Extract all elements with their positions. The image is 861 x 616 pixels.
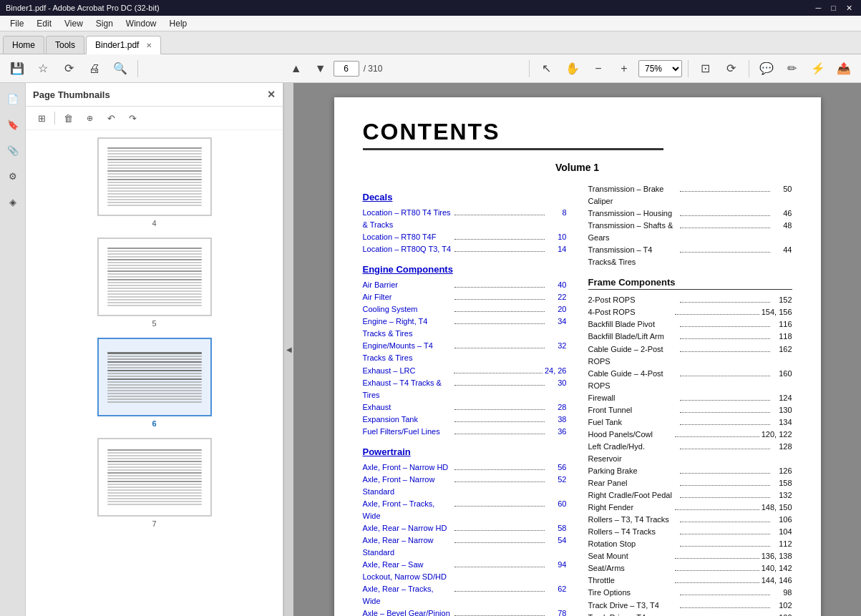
toc-fr-14: Right Cradle/Foot Pedal132: [588, 489, 792, 502]
prev-page-button[interactable]: ▲: [285, 57, 308, 80]
pages-panel-icon[interactable]: 📄: [1, 87, 24, 110]
title-bar: Binder1.pdf - Adobe Acrobat Pro DC (32-b…: [0, 0, 861, 16]
tab-binder[interactable]: Binder1.pdf ✕: [86, 36, 161, 54]
toc-trans-3: Transmission – Shafts & Gears48: [588, 220, 792, 244]
collapse-handle[interactable]: ◀: [283, 83, 293, 616]
toolbar-sep-3: [688, 60, 689, 77]
zoom-in-button[interactable]: +: [613, 57, 636, 80]
toc-fr-5: Cable Guide – 2-Post ROPS162: [588, 343, 792, 368]
left-icon-strip: 📄 🔖 📎 ⚙ ◈: [0, 83, 26, 616]
cursor-tool-button[interactable]: ↖: [535, 57, 558, 80]
thumbnail-img-5: [97, 238, 212, 316]
menu-view[interactable]: View: [59, 17, 89, 30]
toc-fr-16: Rollers – T3, T4 Tracks106: [588, 514, 792, 526]
rotate-button[interactable]: ⟳: [720, 57, 743, 80]
maximize-btn[interactable]: □: [828, 4, 839, 13]
menu-window[interactable]: Window: [120, 17, 162, 30]
pdf-col-right: Transmission – Brake Caliper50 Transmiss…: [588, 183, 792, 616]
toc-eng-7: Exhaust – T4 Tracks & Tires30: [363, 377, 567, 401]
thumbnail-img-4: [97, 137, 212, 216]
toolbar-sep-1: [137, 60, 138, 77]
toc-fr-21: Throttle144, 146: [588, 575, 792, 587]
tab-home[interactable]: Home: [3, 36, 44, 54]
thumbnail-label-6: 6: [152, 419, 156, 428]
toc-eng-1: Air Barrier40: [363, 279, 567, 291]
toc-fr-12: Parking Brake126: [588, 465, 792, 477]
toc-fr-9: Fuel Tank134: [588, 416, 792, 429]
zoom-out-button[interactable]: −: [587, 57, 610, 80]
toc-decals-2: Location – RT80 T4F 10: [363, 231, 567, 243]
close-btn[interactable]: ✕: [843, 4, 855, 13]
tools-panel-icon[interactable]: ◈: [1, 190, 24, 213]
sidebar-close-button[interactable]: ✕: [267, 89, 276, 100]
upload-button[interactable]: ⟳: [57, 57, 80, 80]
toc-fr-23: Track Drive – T3, T4102: [588, 600, 792, 612]
toc-eng-4: Engine – Right, T4 Tracks & Tires34: [363, 316, 567, 340]
page-number-input[interactable]: [334, 61, 359, 77]
sidebar-scroll[interactable]: 4: [26, 130, 283, 616]
toc-decals-3: Location – RT80Q T3, T4 14: [363, 243, 567, 255]
thumbnail-grid-button[interactable]: ⊞: [31, 109, 52, 127]
content-area[interactable]: CONTENTS Volume 1 Decals Location – RT80…: [293, 83, 861, 616]
toolbar-sep-4: [749, 60, 749, 77]
toc-fr-22: Tire Options98: [588, 587, 792, 599]
pen-button[interactable]: ✏: [781, 57, 804, 80]
toc-trans-4: Transmission – T4 Tracks& Tires44: [588, 244, 792, 268]
pdf-page-title: CONTENTS: [363, 119, 792, 145]
tab-close-icon[interactable]: ✕: [146, 41, 152, 49]
menu-file[interactable]: File: [4, 17, 29, 30]
thumbnail-5[interactable]: 5: [33, 238, 276, 328]
toc-eng-3: Cooling System20: [363, 303, 567, 316]
print-button[interactable]: 🖨: [83, 57, 106, 80]
toc-eng-8: Exhaust28: [363, 401, 567, 414]
markup-button[interactable]: ⚡: [807, 57, 830, 80]
share-button[interactable]: 📤: [832, 57, 855, 80]
toc-fr-18: Rotation Stop112: [588, 538, 792, 550]
pdf-col-left: Decals Location – RT80 T4 Tires & Tracks…: [363, 183, 567, 616]
thumbnail-7[interactable]: 7: [33, 438, 276, 528]
toc-fr-13: Rear Panel158: [588, 477, 792, 489]
thumbnail-6[interactable]: 6: [33, 338, 276, 428]
menu-help[interactable]: Help: [164, 17, 193, 30]
toc-fr-1: 2-Post ROPS152: [588, 294, 792, 306]
attachments-panel-icon[interactable]: 📎: [1, 139, 24, 162]
toc-fr-8: Front Tunnel130: [588, 404, 792, 416]
toc-fr-15: Right Fender148, 150: [588, 502, 792, 514]
delete-page-button[interactable]: 🗑: [58, 109, 78, 127]
toc-eng-5: Engine/Mounts – T4 Tracks & Tires32: [363, 340, 567, 364]
main-area: 📄 🔖 📎 ⚙ ◈ Page Thumbnails ✕ ⊞ 🗑 ⊕ ↶ ↷: [0, 83, 861, 616]
page-total: / 310: [364, 64, 383, 74]
menu-sign[interactable]: Sign: [90, 17, 119, 30]
save-button[interactable]: 💾: [6, 57, 29, 80]
thumbnail-img-6: [97, 338, 212, 416]
transmission-items: Transmission – Brake Caliper50 Transmiss…: [588, 183, 792, 268]
thumbnail-4[interactable]: 4: [33, 137, 276, 228]
insert-page-button[interactable]: ⊕: [79, 109, 99, 127]
layers-panel-icon[interactable]: ⚙: [1, 165, 24, 187]
hand-tool-button[interactable]: ✋: [561, 57, 584, 80]
zoom-select[interactable]: 75% 50% 100% 125% 150%: [638, 60, 682, 77]
toc-pt-1: Axle, Front – Narrow HD56: [363, 461, 567, 474]
find-button[interactable]: 🔍: [109, 57, 132, 80]
toc-fr-19: Seat Mount136, 138: [588, 550, 792, 562]
toc-pt-5: Axle, Rear – Narrow Standard54: [363, 534, 567, 559]
toc-pt-7: Axle, Rear – Tracks, Wide62: [363, 583, 567, 607]
tab-bar: Home Tools Binder1.pdf ✕: [0, 31, 861, 54]
redo-button[interactable]: ↷: [122, 109, 142, 127]
sidebar-title: Page Thumbnails: [33, 89, 110, 100]
tab-tools[interactable]: Tools: [46, 36, 84, 54]
undo-button[interactable]: ↶: [101, 109, 121, 127]
section-decals-heading: Decals: [363, 192, 567, 202]
toc-decals-1: Location – RT80 T4 Tires & Tracks 8: [363, 207, 567, 231]
bookmark-button[interactable]: ☆: [31, 57, 54, 80]
bookmarks-panel-icon[interactable]: 🔖: [1, 113, 24, 136]
toc-trans-2: Transmission – Housing46: [588, 207, 792, 220]
fit-page-button[interactable]: ⊡: [694, 57, 717, 80]
nav-group: ▲ ▼ / 310: [285, 57, 383, 80]
toc-fr-17: Rollers – T4 Tracks104: [588, 526, 792, 538]
minimize-btn[interactable]: ─: [813, 4, 824, 13]
section-powertrain-heading: Powertrain: [363, 446, 567, 457]
next-page-button[interactable]: ▼: [309, 57, 332, 80]
menu-edit[interactable]: Edit: [31, 17, 57, 30]
comment-button[interactable]: 💬: [755, 57, 778, 80]
